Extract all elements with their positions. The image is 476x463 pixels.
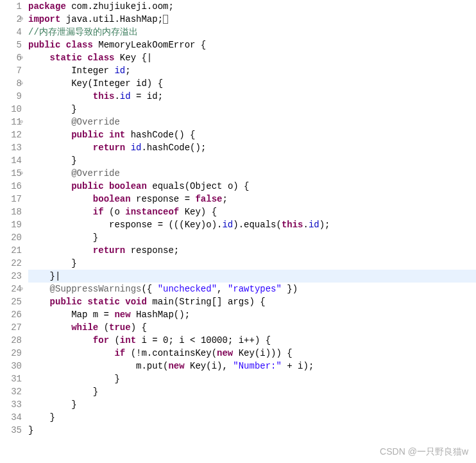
code-token: id (114, 66, 125, 76)
line-number: 21 (0, 244, 22, 257)
code-token: true (109, 322, 131, 333)
line-number: 34 (0, 411, 22, 424)
code-token: Key(i))) { (233, 348, 292, 358)
code-token: @Override (71, 117, 120, 127)
fold-collapse-icon[interactable]: ⊖ (20, 116, 23, 128)
code-line[interactable]: return id.hashCode(); (28, 141, 476, 154)
code-token: . (303, 220, 309, 230)
code-token (28, 348, 114, 358)
code-line[interactable]: this.id = id; (28, 90, 476, 103)
fold-collapse-icon[interactable]: ⊖ (20, 51, 23, 64)
code-line[interactable]: for (int i = 0; i < 10000; i++) { (28, 334, 476, 347)
code-line[interactable]: Map m = new HashMap(); (28, 308, 476, 321)
code-token: static (87, 297, 119, 307)
code-line[interactable]: public class MemoryLeakOomError { (28, 39, 476, 51)
code-token (28, 322, 71, 333)
code-token (28, 194, 93, 204)
code-token: (!m.containsKey( (125, 348, 217, 358)
code-token: instanceof (125, 207, 179, 217)
code-token: } (28, 387, 98, 397)
code-token: void (125, 297, 147, 307)
code-line[interactable]: while (true) { (28, 321, 476, 334)
line-number: 6⊖ (0, 51, 22, 64)
line-number: 10 (0, 103, 22, 116)
code-line[interactable]: } (28, 231, 476, 244)
code-token: @Override (71, 168, 120, 179)
code-token: HashMap(); (131, 310, 190, 320)
code-line[interactable]: m.put(new Key(i), "Number:" + i); (28, 360, 476, 372)
code-token: class (66, 40, 93, 50)
code-line[interactable]: package com.zhujiukeji.oom; (28, 0, 476, 13)
line-number: 16 (0, 180, 22, 193)
fold-collapse-icon[interactable]: ⊖ (20, 167, 23, 180)
code-token: new (217, 348, 233, 358)
code-token: ( (98, 322, 109, 333)
code-editor[interactable]: 12⊕456⊖78⊖91011⊖12131415⊖161718192021222… (0, 0, 476, 463)
code-token: "Number:" (233, 361, 282, 371)
line-gutter: 12⊕456⊖78⊖91011⊖12131415⊖161718192021222… (0, 0, 26, 463)
code-line[interactable]: if (o instanceof Key) { (28, 205, 476, 218)
line-number: 19 (0, 218, 22, 231)
fold-collapse-icon[interactable]: ⊖ (20, 283, 23, 295)
code-token: Key {| (114, 53, 152, 63)
code-token: ({ (141, 284, 157, 294)
code-line[interactable]: public boolean equals(Object o) { (28, 180, 476, 193)
code-line[interactable]: } (28, 411, 476, 424)
code-line[interactable]: static class Key {| (28, 51, 476, 64)
code-token: boolean (93, 194, 131, 204)
code-token: Map m = (28, 310, 114, 320)
code-token: } (28, 232, 98, 243)
code-line[interactable]: @Override (28, 116, 476, 128)
code-line[interactable]: public int hashCode() { (28, 128, 476, 141)
code-line[interactable]: if (!m.containsKey(new Key(i))) { (28, 347, 476, 360)
code-token: while (71, 322, 98, 333)
line-number: 9 (0, 90, 22, 103)
code-line[interactable]: response = (((Key)o).id).equals(this.id)… (28, 218, 476, 231)
code-token: static (50, 53, 82, 63)
code-line[interactable]: } (28, 257, 476, 270)
code-token: hashCode() { (125, 130, 195, 140)
code-token (28, 130, 71, 140)
code-line[interactable]: import java.util.HashMap; (28, 13, 476, 26)
line-number: 17 (0, 193, 22, 205)
code-line[interactable]: } (28, 103, 476, 116)
code-token: id (131, 143, 142, 153)
code-token: this (282, 220, 303, 230)
code-area[interactable]: package com.zhujiukeji.oom;import java.u… (26, 0, 476, 463)
code-token: return (93, 245, 125, 256)
code-line[interactable]: @Override (28, 167, 476, 180)
fold-expand-icon[interactable]: ⊕ (19, 13, 23, 26)
code-line[interactable]: //内存泄漏导致的内存溢出 (28, 26, 476, 39)
code-line[interactable]: }| (28, 270, 476, 283)
code-line[interactable]: @SuppressWarnings({ "unchecked", "rawtyp… (28, 283, 476, 295)
code-token: response; (125, 245, 179, 256)
code-line[interactable]: return response; (28, 244, 476, 257)
code-line[interactable]: } (28, 154, 476, 167)
code-line[interactable]: } (28, 385, 476, 398)
folded-region-icon[interactable] (163, 15, 168, 24)
fold-collapse-icon[interactable]: ⊖ (20, 77, 23, 90)
line-number: 2⊕ (0, 13, 22, 26)
code-line[interactable]: Integer id; (28, 64, 476, 77)
code-token: new (168, 361, 184, 371)
code-line[interactable]: boolean response = false; (28, 193, 476, 205)
code-line[interactable]: } (28, 398, 476, 411)
code-token: ); (319, 220, 330, 230)
code-token (120, 297, 125, 307)
code-line[interactable]: } (28, 372, 476, 385)
code-token: response = (131, 194, 196, 204)
code-line[interactable]: } (28, 424, 476, 437)
code-token: ).equals( (233, 220, 282, 230)
line-number: 12 (0, 128, 22, 141)
code-token: "rawtypes" (228, 284, 282, 294)
code-token (28, 207, 93, 217)
code-line[interactable]: Key(Integer id) { (28, 77, 476, 90)
line-number: 13 (0, 141, 22, 154)
watermark-text: CSDN @一只野良猫w (380, 446, 468, 458)
code-token: Key(Integer id) { (28, 78, 163, 89)
code-line[interactable]: public static void main(String[] args) { (28, 295, 476, 308)
code-token: main(String[] args) { (147, 297, 266, 307)
code-token: import (28, 14, 60, 24)
code-token (28, 297, 50, 307)
code-token: this (93, 91, 115, 101)
